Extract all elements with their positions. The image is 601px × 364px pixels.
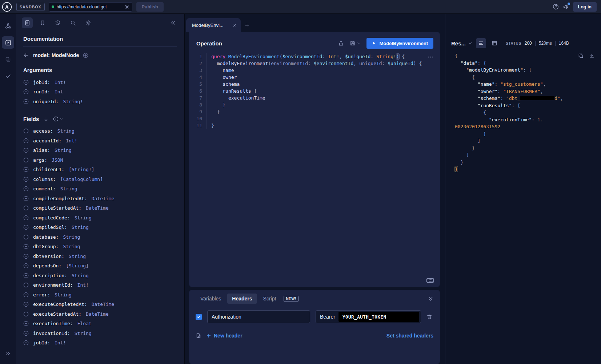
add-to-query-icon[interactable] xyxy=(23,157,29,163)
delete-header-icon[interactable] xyxy=(426,314,432,320)
field-row[interactable]: compileCompletedAt: DateTime xyxy=(23,194,177,203)
field-type[interactable]: DateTime xyxy=(92,196,115,201)
add-to-query-icon[interactable] xyxy=(23,138,29,143)
rail-graph-icon[interactable] xyxy=(2,20,14,32)
field-type[interactable]: Int xyxy=(55,89,63,94)
field-type[interactable]: String xyxy=(57,128,75,134)
field-row[interactable]: executionTime: Float xyxy=(23,319,177,329)
run-operation-button[interactable]: ModelByEnvironment xyxy=(366,38,433,49)
set-shared-headers-link[interactable]: Set shared headers xyxy=(386,333,433,339)
add-to-query-icon[interactable] xyxy=(23,321,29,326)
table-view-icon[interactable] xyxy=(489,38,500,48)
bulk-edit-icon[interactable] xyxy=(196,333,201,339)
field-type[interactable]: String xyxy=(60,186,77,191)
rail-checks-icon[interactable] xyxy=(2,70,14,82)
add-to-query-icon[interactable] xyxy=(23,311,29,317)
field-type[interactable]: Int! xyxy=(55,340,66,345)
field-row[interactable]: comment: String xyxy=(23,184,177,194)
field-type[interactable]: DateTime xyxy=(92,302,115,307)
field-type[interactable]: String! xyxy=(63,99,83,104)
history-icon[interactable] xyxy=(52,17,63,28)
add-to-query-icon[interactable] xyxy=(23,340,29,345)
add-to-query-icon[interactable] xyxy=(23,263,29,268)
add-to-query-icon[interactable] xyxy=(23,254,29,259)
field-type[interactable]: String xyxy=(75,215,92,221)
add-to-query-icon[interactable] xyxy=(23,196,29,201)
argument-row[interactable]: jobId: Int! xyxy=(23,77,177,87)
editor-menu-icon[interactable] xyxy=(428,54,433,61)
apollo-logo-icon[interactable] xyxy=(1,1,12,12)
keyboard-shortcuts-icon[interactable] xyxy=(426,278,434,283)
field-row[interactable]: alias: String xyxy=(23,146,177,155)
add-to-query-icon[interactable] xyxy=(23,205,29,211)
field-type[interactable]: DateTime xyxy=(86,205,109,211)
download-response-icon[interactable] xyxy=(589,53,594,58)
field-type[interactable]: Float xyxy=(77,321,92,326)
close-tab-icon[interactable] xyxy=(232,23,237,28)
field-type[interactable]: String xyxy=(63,244,80,249)
add-to-query-icon[interactable] xyxy=(23,177,29,182)
add-to-query-icon[interactable] xyxy=(23,89,29,94)
add-to-query-icon[interactable] xyxy=(23,234,29,240)
add-to-query-icon[interactable] xyxy=(23,147,29,153)
help-icon[interactable] xyxy=(553,4,559,10)
announcements-icon[interactable] xyxy=(563,4,569,10)
new-tab-icon[interactable] xyxy=(241,18,253,32)
header-key-input[interactable] xyxy=(207,310,310,323)
add-to-query-icon[interactable] xyxy=(23,99,29,104)
field-type[interactable]: String xyxy=(55,292,72,298)
field-type[interactable]: String xyxy=(55,147,72,153)
add-to-query-icon[interactable] xyxy=(23,167,29,172)
header-enabled-checkbox[interactable] xyxy=(196,314,202,320)
add-to-query-icon[interactable] xyxy=(23,331,29,336)
argument-row[interactable]: runId: Int xyxy=(23,87,177,97)
argument-row[interactable]: uniqueId: String! xyxy=(23,97,177,106)
field-type[interactable]: Int! xyxy=(66,138,77,143)
raw-view-icon[interactable] xyxy=(476,38,486,48)
field-row[interactable]: compiledSql: String xyxy=(23,223,177,232)
field-row[interactable]: database: String xyxy=(23,232,177,242)
field-row[interactable]: access: String xyxy=(23,126,177,136)
add-to-query-icon[interactable] xyxy=(23,244,29,249)
rail-explorer-icon[interactable] xyxy=(2,36,14,49)
response-selector[interactable]: Res... xyxy=(451,40,473,46)
field-row[interactable]: error: String xyxy=(23,290,177,300)
publish-button[interactable]: Publish xyxy=(136,2,164,12)
new-header-button[interactable]: New header xyxy=(206,333,243,339)
field-type[interactable]: JSON xyxy=(52,157,63,163)
add-to-query-icon[interactable] xyxy=(23,282,29,288)
add-to-query-icon[interactable] xyxy=(23,186,29,191)
field-row[interactable]: executeStartedAt: DateTime xyxy=(23,309,177,319)
login-button[interactable]: Log in xyxy=(573,2,597,12)
field-type[interactable]: String xyxy=(72,225,89,230)
field-type[interactable]: Int! xyxy=(55,80,66,85)
add-to-query-icon[interactable] xyxy=(23,128,29,134)
field-row[interactable]: executeCompletedAt: DateTime xyxy=(23,300,177,310)
auth-token-value[interactable]: YOUR_AUTH_TOKEN xyxy=(338,312,419,322)
field-row[interactable]: args: JSON xyxy=(23,155,177,165)
field-type[interactable]: [String!] xyxy=(69,167,94,172)
add-type-icon[interactable] xyxy=(83,53,88,58)
field-row[interactable]: invocationId: String xyxy=(23,328,177,338)
field-row[interactable]: jobId: Int! xyxy=(23,338,177,348)
field-row[interactable]: dependsOn: [String] xyxy=(23,261,177,271)
share-operation-icon[interactable] xyxy=(338,40,344,46)
documentation-tab-icon[interactable] xyxy=(22,17,33,28)
field-type[interactable]: [String] xyxy=(66,263,89,268)
copy-response-icon[interactable] xyxy=(578,53,584,58)
sort-fields-icon[interactable] xyxy=(43,116,49,122)
search-icon[interactable] xyxy=(68,17,79,28)
collapse-docs-icon[interactable] xyxy=(168,17,179,28)
field-row[interactable]: environmentId: Int! xyxy=(23,280,177,290)
tab-variables[interactable]: Variables xyxy=(196,294,226,304)
operation-tab[interactable]: ModelByEnvi... xyxy=(186,18,241,32)
field-type[interactable]: String xyxy=(75,331,92,336)
add-all-fields-button[interactable] xyxy=(53,116,63,122)
add-to-query-icon[interactable] xyxy=(23,302,29,307)
add-to-query-icon[interactable] xyxy=(23,80,29,85)
save-operation-button[interactable] xyxy=(350,40,361,46)
tab-script[interactable]: Script xyxy=(259,294,281,304)
saved-operations-icon[interactable] xyxy=(37,17,48,28)
field-type[interactable]: String xyxy=(72,273,89,278)
field-row[interactable]: dbtGroup: String xyxy=(23,242,177,252)
